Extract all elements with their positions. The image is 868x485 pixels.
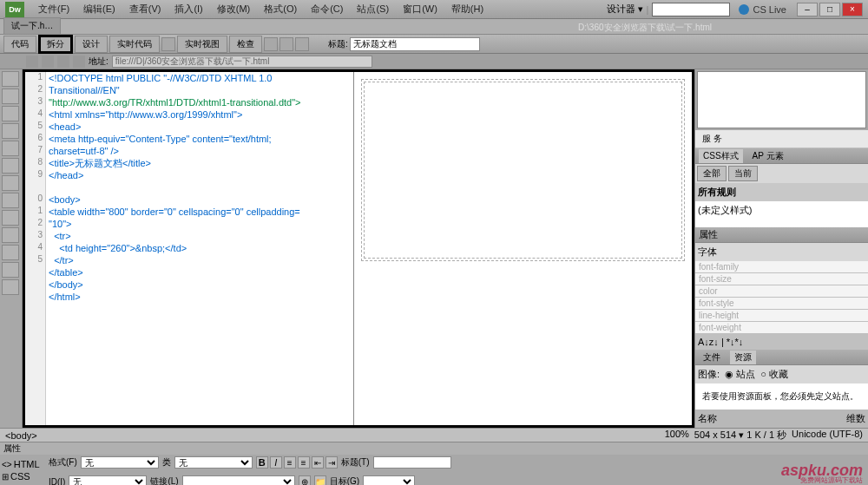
close-button[interactable]: × <box>842 3 863 16</box>
view-split[interactable]: 拆分 <box>38 35 73 54</box>
css-prop-row[interactable]: font-family <box>695 261 868 273</box>
font-label: 字体 <box>695 243 868 261</box>
nav-refresh-icon[interactable] <box>57 56 69 68</box>
vtool-icon[interactable] <box>2 175 19 191</box>
title-field[interactable] <box>373 456 451 469</box>
minimize-button[interactable]: – <box>797 3 818 16</box>
vtool-icon[interactable] <box>2 88 19 104</box>
css-prop-row[interactable]: font-style <box>695 298 868 310</box>
radio-site[interactable]: ◉ 站点 <box>725 368 755 381</box>
files-panel-header[interactable]: 文件 资源 <box>695 350 868 365</box>
vtool-icon[interactable] <box>2 279 19 295</box>
target-select[interactable] <box>363 475 415 485</box>
line-gutter: 123456789012345 <box>25 72 46 425</box>
address-input[interactable] <box>112 56 372 68</box>
split-view: 123456789012345 <!DOCTYPE html PUBLIC "-… <box>23 69 694 428</box>
radio-fav[interactable]: ○ 收藏 <box>760 368 788 381</box>
menu-format[interactable]: 格式(O) <box>257 1 304 17</box>
prop-header[interactable]: 属性 <box>0 442 868 455</box>
tab-resources[interactable]: 资源 <box>730 351 756 364</box>
view-inspect[interactable]: 检查 <box>229 36 262 53</box>
vtool-icon[interactable] <box>2 227 19 243</box>
tab-ap[interactable]: AP 元素 <box>748 149 788 163</box>
css-panel-header[interactable]: CSS样式 AP 元素 <box>695 148 868 164</box>
view-liveview[interactable]: 实时视图 <box>177 36 227 53</box>
vtool-icon[interactable] <box>2 193 19 208</box>
menu-modify[interactable]: 修改(M) <box>210 1 258 17</box>
prop-panel-header[interactable]: 属性 <box>695 227 868 243</box>
id-label: ID(I) <box>49 477 65 486</box>
nav-fwd-icon[interactable] <box>42 56 54 68</box>
view-design[interactable]: 设计 <box>75 36 108 53</box>
search-input[interactable] <box>652 3 730 16</box>
vtool-icon[interactable] <box>2 245 19 260</box>
vtool-icon[interactable] <box>2 158 19 174</box>
toolbar-icon[interactable] <box>264 37 278 51</box>
mode-html[interactable]: <> HTML <box>2 459 42 469</box>
toolbar-icon[interactable] <box>279 37 293 51</box>
css-prop-row[interactable]: font-weight <box>695 322 868 334</box>
indent-icon[interactable]: ⇥ <box>326 456 338 469</box>
menu-edit[interactable]: 编辑(E) <box>76 1 122 17</box>
indent-icon[interactable]: ⇤ <box>312 456 324 469</box>
app-logo: Dw <box>5 2 24 17</box>
toolbar-icon[interactable] <box>295 37 309 51</box>
mode-css[interactable]: ⊞ CSS <box>2 471 42 482</box>
css-prop-row[interactable]: color <box>695 285 868 298</box>
workspace-switcher[interactable]: 设计器 ▾ <box>607 3 643 16</box>
cslive[interactable]: CS Live <box>739 4 786 15</box>
format-select[interactable]: 无 <box>81 456 159 469</box>
link-point-icon[interactable]: ⊕ <box>299 475 311 485</box>
menu-file[interactable]: 文件(F) <box>31 1 76 17</box>
italic-icon[interactable]: I <box>270 456 282 469</box>
target-label: 目标(G) <box>330 475 359 485</box>
list-icon[interactable]: ≡ <box>284 456 296 469</box>
title-label: 标题: <box>328 38 348 50</box>
vtool-icon[interactable] <box>2 71 19 87</box>
tag-selector[interactable]: <body> <box>5 430 37 441</box>
encoding[interactable]: Unicode (UTF-8) <box>792 429 863 442</box>
menu-site[interactable]: 站点(S) <box>350 1 396 17</box>
css-current-button[interactable]: 当前 <box>728 166 758 181</box>
tab-css[interactable]: CSS样式 <box>699 149 743 163</box>
code-pane[interactable]: 123456789012345 <!DOCTYPE html PUBLIC "-… <box>25 72 353 425</box>
view-code[interactable]: 代码 <box>3 36 36 53</box>
menu-command[interactable]: 命令(C) <box>304 1 350 17</box>
col-name: 名称 <box>698 412 846 425</box>
id-select[interactable]: 无 <box>69 475 147 485</box>
css-all-button[interactable]: 全部 <box>697 166 727 181</box>
doc-tab[interactable]: 试一下.h… <box>3 17 61 34</box>
maximize-button[interactable]: □ <box>819 3 840 16</box>
class-select[interactable]: 无 <box>174 456 253 469</box>
menu-view[interactable]: 查看(V) <box>122 1 168 17</box>
vtool-icon[interactable] <box>2 141 19 156</box>
nav-back-icon[interactable] <box>26 56 38 68</box>
dimensions[interactable]: 504 x 514 ▾ 1 K / 1 秒 <box>694 429 786 442</box>
view-livecode[interactable]: 实时代码 <box>109 36 160 53</box>
code-editor[interactable]: <!DOCTYPE html PUBLIC "-//W3C//DTD XHTML… <box>46 72 353 425</box>
menu-window[interactable]: 窗口(W) <box>396 1 444 17</box>
tab-files[interactable]: 文件 <box>699 351 725 364</box>
zoom-level[interactable]: 100% <box>665 429 689 442</box>
table-preview[interactable] <box>361 79 685 261</box>
vtool-icon[interactable] <box>2 262 19 278</box>
vtool-icon[interactable] <box>2 106 19 121</box>
view-toolbar: 代码 拆分 设计 实时代码 实时视图 检查 标题: <box>0 35 868 54</box>
vtool-icon[interactable] <box>2 210 19 226</box>
nav-home-icon[interactable] <box>73 56 85 68</box>
title-input[interactable] <box>350 37 480 51</box>
link-browse-icon[interactable]: 📁 <box>314 475 326 485</box>
sort-buttons[interactable]: A↓z↓ | *↓*↓ <box>695 334 868 350</box>
design-pane[interactable] <box>353 72 692 425</box>
vtool-icon[interactable] <box>2 123 19 139</box>
bold-icon[interactable]: B <box>256 456 268 469</box>
toolbar-icon[interactable] <box>161 37 175 51</box>
menu-insert[interactable]: 插入(I) <box>168 1 209 17</box>
list-icon[interactable]: ≡ <box>298 456 310 469</box>
images-label: 图像: <box>698 368 720 381</box>
menu-help[interactable]: 帮助(H) <box>444 1 490 17</box>
css-prop-row[interactable]: line-height <box>695 310 868 322</box>
link-label: 链接(L) <box>150 475 178 485</box>
css-prop-row[interactable]: font-size <box>695 273 868 285</box>
link-select[interactable] <box>182 475 295 485</box>
